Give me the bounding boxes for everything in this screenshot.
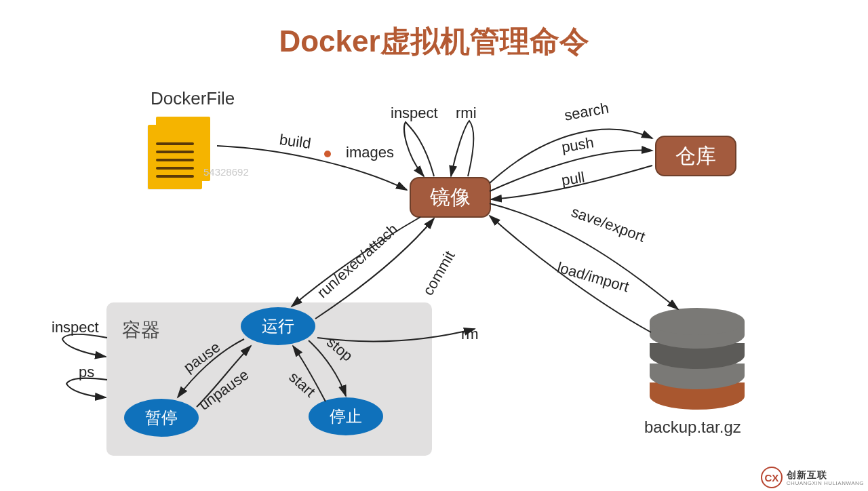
edge-inspect-top: inspect [391,104,438,122]
watermark-text: 54328692 [203,166,249,178]
edge-run-exec-attach: run/exec/attach [314,220,401,302]
brand-en: CHUANGXIN HULIANWANG [787,480,864,486]
state-stop: 停止 [309,397,383,435]
state-run: 运行 [241,307,315,345]
container-label: 容器 [122,317,160,343]
edge-search: search [563,99,610,124]
edge-build: build [278,131,312,153]
node-repo: 仓库 [655,136,736,176]
edge-rm: rm [461,326,479,343]
edge-commit: commit [419,248,458,298]
diagram-canvas: { "title": "Docker虚拟机管理命令", "dockerfile_… [0,0,868,491]
edge-load-import: load/import [555,259,631,296]
edge-inspect-left: inspect [52,319,99,336]
edge-push: push [560,134,595,156]
brand-cn: 创新互联 [787,469,827,480]
decorative-dot [324,151,331,157]
edge-images: images [346,144,394,161]
database-icon [650,308,745,410]
dockerfile-icon [148,117,216,191]
dockerfile-label: DockerFile [151,88,235,109]
edge-save-export: save/export [569,203,648,246]
brand-badge: CX [761,467,783,488]
diagram-title: Docker虚拟机管理命令 [0,22,868,62]
database-label: backup.tar.gz [644,418,741,437]
edge-ps: ps [79,364,94,381]
node-image: 镜像 [410,177,491,218]
edge-pull: pull [560,168,586,189]
edge-rmi: rmi [456,104,477,122]
state-pause: 暂停 [124,399,199,437]
brand-logo: CX 创新互联 CHUANGXIN HULIANWANG [761,467,864,488]
